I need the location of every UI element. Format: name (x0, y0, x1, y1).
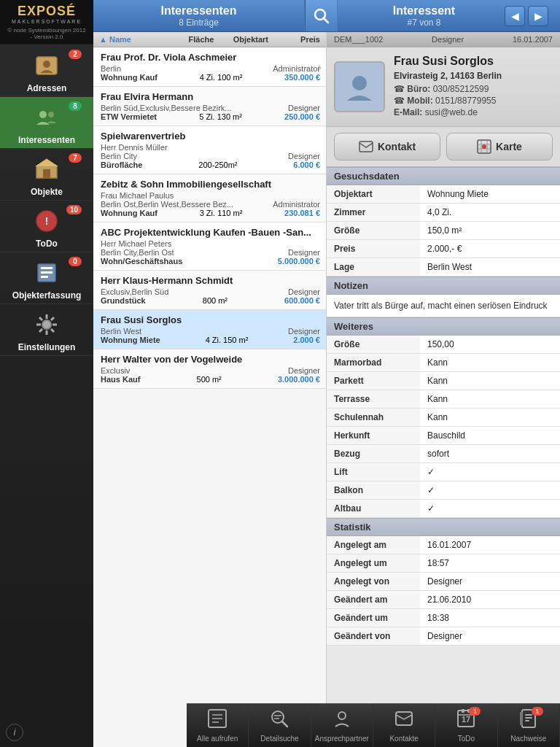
item-name: Herr Walter von der Vogelweide (101, 354, 320, 365)
table-row: Geändert am21.06.2010 (327, 591, 560, 609)
toolbar-ansprechpartner[interactable]: Ansprechpartner (311, 704, 373, 747)
sidebar-badge-objekterfassung: 0 (69, 257, 82, 266)
table-row: Balkon✓ (327, 481, 560, 500)
copyright: © node Systemlösungen 2012 - Version 2.0 (6, 27, 88, 40)
contact-address: Elvirasteig 2, 14163 Berlin (394, 71, 502, 81)
col-preis: Preis (281, 35, 320, 44)
item-name: Zebitz & Sohn Immobiliengesellschaft (101, 179, 320, 190)
spacer (327, 646, 560, 689)
svg-rect-47 (520, 712, 523, 725)
table-row: HerkunftBauschild (327, 427, 560, 445)
svg-rect-40 (462, 709, 464, 713)
list-item[interactable]: Frau Prof. Dr. Viola Aschmeier Berlin Ad… (93, 47, 326, 87)
table-row: Bezugsofort (327, 445, 560, 463)
item-row1: Berlin City,Berlin Ost Designer (101, 248, 320, 257)
toolbar-alle-aufrufen[interactable]: Alle aufrufen (187, 704, 249, 747)
avatar (334, 61, 385, 112)
sidebar-item-todo[interactable]: ! ToDo 10 (0, 201, 93, 252)
section-weiteres: Weiteres (327, 317, 560, 336)
toolbar-nachweise[interactable]: 1 Nachweise (498, 704, 560, 747)
item-row2: ETW Vermietet 5 Zi. 130 m² 250.000 € (101, 112, 320, 121)
contact-details: ☎ Büro: 030/85212599 ☎ Mobil: 0151/88779… (394, 84, 502, 117)
list-header: ▲ Name Fläche Objektart Preis (93, 32, 326, 47)
contact-header: Frau Susi Sorglos Elvirasteig 2, 14163 B… (327, 47, 560, 127)
item-name: Spielwarenvertrieb (101, 131, 320, 142)
sidebar-item-adressen[interactable]: Adressen 2 (0, 45, 93, 97)
nachweise-label: Nachweise (510, 735, 546, 743)
table-row: Zimmer4,0 Zi. (327, 204, 560, 222)
next-button[interactable]: ▶ (528, 6, 548, 26)
item-row1: Berlin West Designer (101, 327, 320, 336)
svg-marker-6 (35, 159, 58, 166)
nachweise-badge: 1 (532, 707, 543, 716)
sidebar-item-einstellungen[interactable]: Einstellungen (0, 304, 93, 356)
svg-point-1 (43, 61, 50, 68)
sidebar-badge-adressen: 2 (69, 50, 82, 59)
table-row: LageBerlin West (327, 258, 560, 276)
adressen-icon (32, 51, 61, 80)
kontakt-button[interactable]: Kontakt (334, 133, 440, 160)
section-statistik: Statistik (327, 518, 560, 536)
ansprechpartner-label: Ansprechpartner (315, 735, 369, 743)
search-button[interactable] (305, 0, 337, 31)
weiteres-table: Größe150,00 MarmorbadKann ParkettKann Te… (327, 336, 560, 518)
item-name: Frau Elvira Hermann (101, 91, 320, 102)
table-row: Lift✓ (327, 463, 560, 481)
toolbar-kontakte[interactable]: Kontakte (373, 704, 435, 747)
svg-rect-37 (396, 712, 412, 725)
table-row: Geändert vonDesigner (327, 627, 560, 646)
list-item[interactable]: Spielwarenvertrieb Herr Dennis Müller Be… (93, 126, 326, 174)
list-item[interactable]: ABC Projektentwicklung Kaufen -Bauen -Sa… (93, 222, 326, 271)
header-right-inner: Interessent #7 von 8 (343, 4, 505, 28)
gesuchsdaten-table: ObjektartWohnung Miete Zimmer4,0 Zi. Grö… (327, 185, 560, 276)
alle-aufrufen-icon (207, 708, 228, 733)
table-row: ObjektartWohnung Miete (327, 185, 560, 204)
sidebar-item-objekte[interactable]: Objekte 7 (0, 149, 93, 201)
svg-point-3 (48, 112, 54, 117)
karte-button[interactable]: Karte (446, 133, 553, 160)
list-item[interactable]: Zebitz & Sohn Immobiliengesellschaft Fra… (93, 174, 326, 222)
sidebar-item-objekterfassung-label: Objekterfassung (12, 290, 82, 301)
svg-rect-45 (525, 717, 532, 719)
list-item[interactable]: Herr Klaus-Hermann Schmidt Exclusiv,Berl… (93, 271, 326, 310)
item-row1: Herr Dennis Müller (101, 143, 320, 152)
logo-sub: MAKLERSOFTWARE (6, 19, 88, 24)
main-area: Interessenten 8 Einträge Interessent #7 … (93, 0, 560, 747)
header-right-title: Interessent (393, 4, 455, 18)
todo-icon: ! (32, 206, 61, 236)
svg-point-13 (42, 320, 51, 329)
list-item[interactable]: Frau Elvira Hermann Berlin Süd,Exclusiv,… (93, 87, 326, 126)
item-row1: Berlin City Designer (101, 152, 320, 160)
header-left: Interessenten 8 Einträge (93, 0, 305, 31)
header-right-sub: #7 von 8 (407, 18, 440, 28)
top-header: Interessenten 8 Einträge Interessent #7 … (93, 0, 560, 32)
svg-line-21 (39, 329, 42, 332)
sidebar-item-objekterfassung[interactable]: Objekterfassung 0 (0, 252, 93, 304)
item-row1: Herr Michael Peters (101, 239, 320, 248)
detail-date: 16.01.2007 (513, 35, 553, 44)
objekte-icon (32, 155, 61, 184)
list-item[interactable]: Herr Walter von der Vogelweide Exclusiv … (93, 349, 326, 389)
prev-button[interactable]: ◀ (505, 6, 525, 26)
sidebar-badge-interessenten: 8 (69, 101, 82, 111)
list-panel: ▲ Name Fläche Objektart Preis Frau Prof.… (93, 32, 327, 747)
table-row: Angelegt am16.01.2007 (327, 536, 560, 554)
sidebar-item-einstellungen-label: Einstellungen (18, 342, 76, 352)
svg-line-23 (324, 18, 328, 23)
item-row1: Berlin Süd,Exclusiv,Bessere Bezirk... De… (101, 104, 320, 112)
toolbar-detailsuche[interactable]: Detailsuche (249, 704, 311, 747)
info-button[interactable]: i (6, 724, 23, 741)
sidebar-item-interessenten[interactable]: Interessenten 8 (0, 97, 93, 149)
header-left-sub: 8 Einträge (179, 18, 219, 28)
detail-id: DEM___1002 (334, 35, 383, 44)
toolbar-todo[interactable]: 17 1 ToDo (435, 704, 497, 747)
contact-name: Frau Susi Sorglos (394, 55, 502, 68)
content-row: ▲ Name Fläche Objektart Preis Frau Prof.… (93, 32, 560, 747)
item-row1: Exclusiv Designer (101, 366, 320, 375)
ansprechpartner-icon (332, 708, 352, 733)
svg-point-36 (338, 712, 346, 719)
table-row: Geändert um18:38 (327, 609, 560, 627)
sidebar-badge-todo: 10 (66, 205, 82, 214)
list-item[interactable]: Frau Susi Sorglos Berlin West Designer W… (93, 310, 326, 349)
item-name: Frau Prof. Dr. Viola Aschmeier (101, 52, 320, 63)
